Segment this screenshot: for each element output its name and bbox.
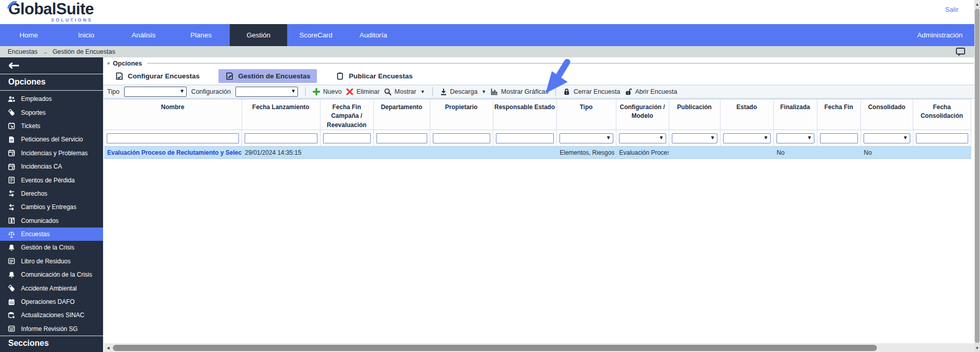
column-header-finalizada[interactable]: Finalizada xyxy=(773,99,817,130)
sidebar-item-incidencias-ca[interactable]: Incidencias CA xyxy=(0,160,103,173)
logout-link[interactable]: Salir xyxy=(945,6,958,13)
scroll-left-icon[interactable]: ◄ xyxy=(104,343,112,352)
sidebar-item-comunicacion-de-la-crisis[interactable]: Comunicación de la Crisis xyxy=(0,268,103,281)
column-header-configuracion-modelo[interactable]: Configuración / Modelo xyxy=(616,99,669,130)
collapse-triangle-icon[interactable]: ▾ xyxy=(107,60,110,66)
eliminar-button[interactable]: Eliminar xyxy=(346,88,379,95)
sidebar-item-informe-revision-sg[interactable]: Informe Revisión SG xyxy=(0,322,103,336)
tab-gestion-de-encuestas[interactable]: Gestión de Encuestas xyxy=(218,69,317,83)
column-header-fecha-fin[interactable]: Fecha Fin xyxy=(817,99,861,130)
breadcrumb-separator-icon: → xyxy=(42,49,48,55)
sidebar-item-incidencias-y-problemas[interactable]: Incidencias y Problemas xyxy=(0,147,103,160)
globalsuite-logo: GlobalSuite SOLUTIONS xyxy=(8,1,94,23)
bookmark-check-icon xyxy=(115,72,124,80)
sidebar-item-comunicados[interactable]: Comunicados xyxy=(0,214,103,227)
bell-icon xyxy=(8,244,15,252)
breadcrumb-encuestas[interactable]: Encuestas xyxy=(8,48,37,55)
filter-select-consolidado[interactable] xyxy=(864,133,910,143)
filter-input-fecha-consolidacion[interactable] xyxy=(916,133,968,143)
nuevo-button[interactable]: Nuevo xyxy=(313,88,342,95)
column-header-nombre[interactable]: Nombre xyxy=(104,99,242,130)
nav-item-inicio[interactable]: Inicio xyxy=(57,24,115,46)
vertical-scrollbar-thumb[interactable] xyxy=(975,9,979,343)
nav-item-home[interactable]: Home xyxy=(0,24,57,46)
column-header-fecha-lanzamiento[interactable]: Fecha Lanzamiento xyxy=(242,99,320,130)
descarga-button[interactable]: Descarga▼ xyxy=(440,88,486,95)
filter-select-publicacion[interactable] xyxy=(672,133,717,143)
column-header-fecha-consolidacion[interactable]: Fecha Consolidación xyxy=(913,99,971,130)
sidebar-item-label: Derechos xyxy=(21,190,47,197)
nav-item-administracion[interactable]: Administración xyxy=(907,24,976,46)
download-icon xyxy=(440,88,447,95)
sidebar-item-derechos[interactable]: Derechos xyxy=(0,187,103,200)
filter-input-propietario[interactable] xyxy=(433,133,490,143)
vertical-scrollbar[interactable]: ▲ ▼ xyxy=(974,0,980,352)
scroll-up-icon[interactable]: ▲ xyxy=(974,0,980,8)
sidebar-item-empleados[interactable]: Empleados xyxy=(0,92,103,106)
button-label: Mostrar xyxy=(394,88,416,95)
calendar-icon xyxy=(8,149,15,157)
filter-input-nombre[interactable] xyxy=(107,133,239,143)
cell-configuracion-modelo: Evaluación Proceso xyxy=(616,147,669,159)
filter-input-fecha-lanzamiento[interactable] xyxy=(245,133,317,143)
filter-select-configuracion-modelo[interactable] xyxy=(619,133,666,143)
sidebar-item-peticiones-del-servicio[interactable]: Peticiones del Servicio xyxy=(0,133,103,146)
scroll-down-icon[interactable]: ▼ xyxy=(974,344,980,352)
tipo-select[interactable] xyxy=(124,87,187,97)
sidebar-item-libro-de-residuos[interactable]: Libro de Residuos xyxy=(0,255,103,268)
mostrar-button[interactable]: Mostrar▼ xyxy=(384,88,425,95)
column-header-publicacion[interactable]: Publicación xyxy=(669,99,720,130)
sidebar-item-gestion-de-la-crisis[interactable]: Gestión de la Crisis xyxy=(0,241,103,254)
cell-responsable-estado xyxy=(493,147,556,159)
sidebar-item-soportes[interactable]: Soportes xyxy=(0,106,103,119)
button-label: Eliminar xyxy=(356,88,379,95)
filter-input-responsable-estado[interactable] xyxy=(496,133,554,143)
horizontal-scrollbar[interactable]: ◄ ► xyxy=(104,343,980,352)
filter-input-fecha-fin-campana-reevaluacion[interactable] xyxy=(323,133,371,143)
sidebar-item-actualizaciones-sinac[interactable]: Actualizaciones SINAC xyxy=(0,308,103,322)
calendar-grid-icon xyxy=(8,298,15,306)
filter-input-departamento[interactable] xyxy=(376,133,427,143)
book-icon xyxy=(8,217,15,224)
comment-help-icon[interactable] xyxy=(956,48,966,56)
configuracion-select[interactable] xyxy=(235,87,298,97)
sidebar-sections-title[interactable]: Secciones xyxy=(0,336,103,352)
tab-publicar-encuestas[interactable]: Publicar Encuestas xyxy=(329,69,419,83)
abrir-encuesta-button[interactable]: Abrir Encuesta xyxy=(625,88,677,95)
sidebar-item-eventos-de-perdida[interactable]: Eventos de Pérdida xyxy=(0,173,103,187)
tab-configurar-encuestas[interactable]: Configurar Encuestas xyxy=(108,69,206,83)
cerrar-encuesta-button[interactable]: Cerrar Encuesta xyxy=(563,88,620,95)
column-header-fecha-fin-campana-reevaluacion[interactable]: Fecha Fin Campaña / Reevaluación xyxy=(320,99,373,130)
nav-item-analisis[interactable]: Análisis xyxy=(115,24,172,46)
horizontal-scrollbar-thumb[interactable] xyxy=(113,345,877,351)
filter-input-fecha-fin[interactable] xyxy=(820,133,858,143)
configuracion-label: Configuración xyxy=(191,88,231,95)
column-header-estado[interactable]: Estado xyxy=(720,99,773,130)
sidebar-item-operaciones-dafo[interactable]: Operaciones DAFO xyxy=(0,295,103,308)
folder-lines-icon xyxy=(8,325,15,333)
column-header-departamento[interactable]: Departamento xyxy=(373,99,430,130)
column-header-tipo[interactable]: Tipo xyxy=(556,99,616,130)
sidebar-item-cambios-y-entregas[interactable]: Cambios y Entregas xyxy=(0,200,103,214)
mostrar-graficas-button[interactable]: Mostrar Gráficas xyxy=(491,88,548,95)
filter-select-finalizada[interactable] xyxy=(776,133,814,143)
filter-cell: ▼ xyxy=(616,130,669,147)
page: GlobalSuite SOLUTIONS Salir HomeInicioAn… xyxy=(0,0,980,352)
table-row[interactable]: Evaluación Proceso de Reclutamiento y Se… xyxy=(104,147,971,159)
column-header-consolidado[interactable]: Consolidado xyxy=(861,99,913,130)
sidebar-item-encuestas[interactable]: Encuestas xyxy=(0,227,103,241)
nav-item-scorecard[interactable]: ScoreCard xyxy=(287,24,345,46)
nav-item-auditoria[interactable]: Auditoría xyxy=(345,24,402,46)
cell-nombre[interactable]: Evaluación Proceso de Reclutamiento y Se… xyxy=(104,147,242,159)
filter-select-estado[interactable] xyxy=(723,133,771,143)
nav-item-planes[interactable]: Planes xyxy=(172,24,230,46)
column-header-propietario[interactable]: Propietario xyxy=(430,99,493,130)
sidebar-item-tickets[interactable]: Tickets xyxy=(0,119,103,133)
sidebar-collapse-button[interactable] xyxy=(0,57,103,74)
nav-item-gestion[interactable]: Gestión xyxy=(230,24,287,46)
column-header-responsable-estado[interactable]: Responsable Estado xyxy=(493,99,556,130)
filter-select-tipo[interactable] xyxy=(559,133,613,143)
scales-icon xyxy=(8,231,15,238)
sidebar-item-accidente-ambiental[interactable]: Accidente Ambiental xyxy=(0,281,103,295)
calendar-icon xyxy=(8,163,15,171)
